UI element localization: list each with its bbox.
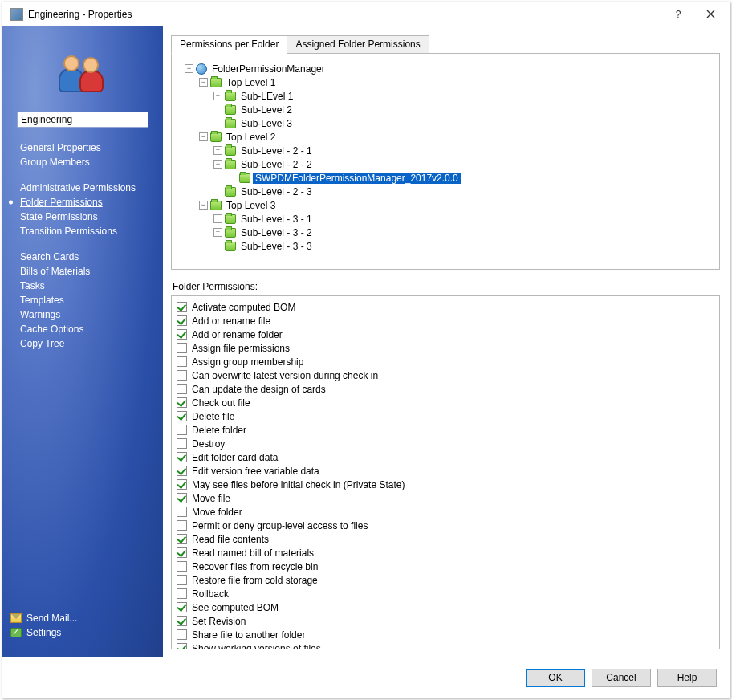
permission-label[interactable]: Read named bill of materials — [192, 547, 314, 559]
permission-label[interactable]: Destroy — [192, 438, 225, 450]
group-name-input[interactable] — [17, 112, 148, 128]
expand-icon[interactable]: + — [214, 214, 222, 223]
permission-label[interactable]: Permit or deny group-level access to fil… — [192, 520, 368, 531]
permission-label[interactable]: Set Revision — [192, 616, 246, 627]
settings-link[interactable]: Settings — [10, 625, 155, 640]
permission-checkbox[interactable] — [177, 343, 187, 353]
tree-row[interactable]: SWPDMFolderPermissionManager_2017v2.0.0 — [228, 171, 711, 185]
tree-row[interactable]: +Sub-Level - 3 - 2 — [214, 226, 711, 239]
permission-checkbox[interactable] — [177, 588, 187, 599]
sidebar-item[interactable]: Administrative Permissions — [2, 181, 163, 195]
sidebar-item[interactable]: General Properties — [2, 140, 163, 155]
tree-row[interactable]: Sub-Level - 3 - 3 — [214, 239, 711, 253]
permission-checkbox[interactable] — [177, 356, 187, 367]
tree-label[interactable]: Sub-Level - 3 - 3 — [238, 241, 315, 252]
tree-label[interactable]: Sub-Level 2 — [238, 104, 295, 116]
permission-checkbox[interactable] — [177, 302, 187, 312]
permission-checkbox[interactable] — [177, 329, 187, 340]
sidebar-item[interactable]: Templates — [2, 293, 163, 307]
sidebar-item[interactable]: Transition Permissions — [2, 224, 163, 238]
tree-label[interactable]: Sub-Level 3 — [238, 118, 295, 129]
expand-icon[interactable]: + — [214, 228, 222, 237]
permission-label[interactable]: Restore file from cold storage — [192, 575, 318, 586]
tree-row[interactable]: +Sub-LEvel 1 — [214, 89, 711, 103]
sidebar-item[interactable]: Tasks — [2, 279, 163, 293]
permission-checkbox[interactable] — [177, 561, 187, 572]
tree-label[interactable]: FolderPermissionManager — [209, 63, 327, 75]
permission-label[interactable]: Assign file permissions — [192, 343, 290, 354]
tree-label[interactable]: Sub-Level - 2 - 3 — [238, 186, 315, 197]
permission-label[interactable]: Add or rename file — [192, 315, 270, 327]
permission-label[interactable]: Recover files from recycle bin — [192, 561, 318, 572]
tab[interactable]: Permissions per Folder — [171, 35, 287, 54]
permission-label[interactable]: Edit folder card data — [192, 452, 278, 463]
permission-checkbox[interactable] — [177, 534, 187, 544]
permission-checkbox[interactable] — [177, 452, 187, 462]
ok-button[interactable]: OK — [526, 669, 585, 687]
permission-label[interactable]: Move folder — [192, 507, 242, 518]
permission-checkbox[interactable] — [177, 520, 187, 531]
tree-row[interactable]: Sub-Level 2 — [214, 103, 711, 116]
permission-checkbox[interactable] — [177, 397, 187, 408]
permission-label[interactable]: Can update the design of cards — [192, 384, 326, 395]
folder-tree[interactable]: −FolderPermissionManager−Top Level 1+Sub… — [180, 62, 711, 253]
tree-row[interactable]: −Sub-Level - 2 - 2 — [214, 157, 711, 171]
permission-label[interactable]: Delete folder — [192, 425, 246, 436]
permission-checkbox[interactable] — [177, 629, 187, 640]
permission-label[interactable]: Assign group membership — [192, 356, 303, 368]
permission-checkbox[interactable] — [177, 479, 187, 490]
tree-label[interactable]: Top Level 2 — [224, 132, 278, 143]
tree-row[interactable]: −Top Level 2 — [199, 130, 711, 144]
permission-checkbox[interactable] — [177, 616, 187, 626]
cancel-button[interactable]: Cancel — [592, 669, 651, 687]
tree-row[interactable]: Sub-Level - 2 - 3 — [214, 185, 711, 198]
sidebar-item[interactable]: Search Cards — [2, 250, 163, 264]
permission-checkbox[interactable] — [177, 411, 187, 421]
tree-label[interactable]: Sub-Level - 3 - 1 — [238, 214, 315, 225]
collapse-icon[interactable]: − — [199, 78, 208, 87]
collapse-icon[interactable]: − — [199, 132, 208, 141]
permission-label[interactable]: Delete file — [192, 411, 234, 422]
tree-label[interactable]: SWPDMFolderPermissionManager_2017v2.0.0 — [253, 173, 461, 184]
permission-checkbox[interactable] — [177, 575, 187, 585]
tree-label[interactable]: Sub-Level - 2 - 2 — [238, 159, 315, 170]
permission-checkbox[interactable] — [177, 493, 187, 503]
permission-label[interactable]: May see files before initial check in (P… — [192, 479, 405, 490]
permission-checkbox[interactable] — [177, 370, 187, 381]
permission-checkbox[interactable] — [177, 643, 187, 649]
tree-row[interactable]: +Sub-Level - 3 - 1 — [214, 212, 711, 226]
sidebar-item[interactable]: Group Members — [2, 155, 163, 169]
tree-label[interactable]: Sub-LEvel 1 — [238, 91, 295, 102]
permission-label[interactable]: Read file contents — [192, 534, 269, 545]
permission-checkbox[interactable] — [177, 602, 187, 612]
tree-row[interactable]: −Top Level 3 — [199, 198, 711, 212]
permission-checkbox[interactable] — [177, 547, 187, 558]
permission-checkbox[interactable] — [177, 466, 187, 476]
collapse-icon[interactable]: − — [199, 201, 208, 210]
permission-label[interactable]: Activate computed BOM — [192, 302, 295, 313]
permission-label[interactable]: Share file to another folder — [192, 629, 305, 641]
send-mail-link[interactable]: Send Mail... — [10, 611, 155, 625]
permission-label[interactable]: Rollback — [192, 588, 229, 600]
permission-label[interactable]: Can overwrite latest version during chec… — [192, 370, 378, 381]
sidebar-item[interactable]: Warnings — [2, 307, 163, 322]
expand-icon[interactable]: + — [214, 92, 222, 100]
tree-row[interactable]: −FolderPermissionManager — [185, 62, 711, 75]
permission-checkbox[interactable] — [177, 438, 187, 449]
permission-checkbox[interactable] — [177, 425, 187, 435]
permission-checkbox[interactable] — [177, 315, 187, 326]
permission-label[interactable]: Edit version free variable data — [192, 466, 319, 477]
help-button-footer[interactable]: Help — [657, 669, 717, 687]
tree-row[interactable]: −Top Level 1 — [199, 75, 711, 89]
tree-row[interactable]: Sub-Level 3 — [214, 116, 711, 130]
tab[interactable]: Assigned Folder Permissions — [287, 35, 429, 54]
tree-label[interactable]: Sub-Level - 3 - 2 — [238, 227, 315, 238]
collapse-icon[interactable]: − — [185, 64, 193, 73]
sidebar-item[interactable]: Copy Tree — [2, 336, 163, 351]
tree-label[interactable]: Top Level 3 — [224, 200, 278, 211]
permission-label[interactable]: See computed BOM — [192, 602, 279, 613]
sidebar-item[interactable]: Folder Permissions — [2, 195, 163, 210]
sidebar-item[interactable]: Bills of Materials — [2, 264, 163, 279]
permission-label[interactable]: Check out file — [192, 397, 250, 409]
tree-row[interactable]: +Sub-Level - 2 - 1 — [214, 144, 711, 157]
